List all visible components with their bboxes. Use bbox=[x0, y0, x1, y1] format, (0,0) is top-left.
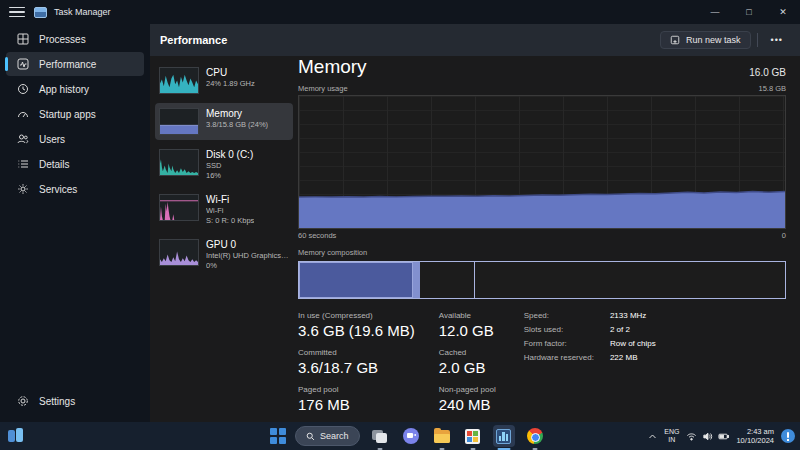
sidebar-item-performance[interactable]: Performance bbox=[6, 52, 144, 76]
sidebar-item-services[interactable]: Services bbox=[6, 177, 144, 201]
memory-composition-bar[interactable] bbox=[298, 261, 786, 299]
stat-in-use: In use (Compressed) 3.6 GB (19.6 MB) bbox=[298, 311, 415, 339]
search-icon bbox=[306, 432, 315, 441]
minimize-button[interactable]: — bbox=[698, 0, 732, 24]
gpu-mini-chart bbox=[159, 239, 199, 266]
composition-free-segment[interactable] bbox=[475, 262, 785, 298]
cpu-mini-chart bbox=[159, 67, 199, 94]
detail-label: Hardware reserved: bbox=[524, 353, 594, 362]
taskbar-app-microsoft[interactable] bbox=[462, 425, 484, 447]
composition-standby-segment[interactable] bbox=[420, 262, 475, 298]
run-new-task-icon bbox=[670, 35, 680, 45]
stat-available: Available 12.0 GB bbox=[439, 311, 496, 339]
more-options-button[interactable]: ••• bbox=[764, 32, 790, 48]
stat-value: 3.6/18.7 GB bbox=[298, 359, 415, 376]
battery-icon bbox=[718, 431, 729, 442]
hardware-details: Speed: 2133 MHz Slots used: 2 of 2 Form … bbox=[524, 311, 656, 413]
perf-item-stats: SSD bbox=[206, 161, 253, 171]
perf-item-name: CPU bbox=[206, 67, 255, 79]
maximize-button[interactable]: □ bbox=[732, 0, 766, 24]
window-title: Task Manager bbox=[54, 7, 111, 17]
chat-icon bbox=[403, 428, 419, 444]
sidebar-item-label: Services bbox=[39, 184, 77, 195]
tray-chevron-up-icon[interactable] bbox=[648, 427, 657, 445]
sidebar-item-label: App history bbox=[39, 84, 89, 95]
sidebar-item-startup-apps[interactable]: Startup apps bbox=[6, 102, 144, 126]
chrome-icon bbox=[527, 428, 543, 444]
taskbar-app-task-manager[interactable] bbox=[493, 425, 515, 447]
users-icon bbox=[16, 133, 29, 146]
detail-label: Form factor: bbox=[524, 339, 594, 348]
widgets-icon[interactable] bbox=[8, 428, 24, 444]
sidebar-item-processes[interactable]: Processes bbox=[6, 27, 144, 51]
taskbar-app-chrome[interactable] bbox=[524, 425, 546, 447]
detail-value: 2 of 2 bbox=[610, 325, 656, 334]
sidebar: Processes Performance App history Startu… bbox=[0, 26, 150, 422]
perf-item-stats2: S: 0 R: 0 Kbps bbox=[206, 216, 254, 226]
perf-item-name: GPU 0 bbox=[206, 239, 289, 251]
task-manager-app-icon bbox=[34, 7, 47, 18]
wifi-icon bbox=[686, 431, 697, 442]
memory-usage-label: Memory usage bbox=[298, 84, 348, 93]
microsoft-app-icon bbox=[465, 429, 480, 444]
taskbar-search[interactable]: Search bbox=[295, 426, 360, 446]
sidebar-item-users[interactable]: Users bbox=[6, 127, 144, 151]
content-header: Performance Run new task ••• bbox=[150, 24, 800, 56]
stat-label: Cached bbox=[439, 348, 496, 357]
clock-date: 10/10/2024 bbox=[736, 436, 774, 445]
stat-cached: Cached 2.0 GB bbox=[439, 348, 496, 376]
app-history-icon bbox=[16, 83, 29, 96]
composition-in-use-segment[interactable] bbox=[299, 262, 413, 298]
titlebar: Task Manager — □ ✕ bbox=[0, 0, 800, 24]
stat-value: 12.0 GB bbox=[439, 322, 496, 339]
sidebar-item-label: Users bbox=[39, 134, 65, 145]
sidebar-item-settings[interactable]: Settings bbox=[6, 389, 156, 413]
taskbar-clock[interactable]: 2:43 am 10/10/2024 bbox=[736, 427, 774, 445]
perf-item-gpu[interactable]: GPU 0 Intel(R) UHD Graphics ... 0% bbox=[155, 234, 293, 275]
stat-label: Non-paged pool bbox=[439, 385, 496, 394]
wifi-mini-chart bbox=[159, 194, 199, 221]
notification-icon[interactable] bbox=[781, 429, 795, 443]
disk-mini-chart bbox=[159, 149, 199, 176]
sidebar-item-details[interactable]: Details bbox=[6, 152, 144, 176]
startup-apps-icon bbox=[16, 108, 29, 121]
memory-detail: Memory 16.0 GB Memory usage 15.8 GB 60 s… bbox=[298, 56, 786, 413]
memory-total: 16.0 GB bbox=[749, 67, 786, 78]
hamburger-menu-icon[interactable] bbox=[0, 0, 34, 24]
perf-item-memory[interactable]: Memory 3.8/15.8 GB (24%) bbox=[155, 103, 293, 140]
sidebar-item-app-history[interactable]: App history bbox=[6, 77, 144, 101]
services-icon bbox=[16, 183, 29, 196]
perf-item-name: Memory bbox=[206, 108, 268, 120]
taskbar-app-window-stack[interactable] bbox=[369, 425, 391, 447]
perf-item-cpu[interactable]: CPU 24% 1.89 GHz bbox=[155, 62, 293, 99]
main-panel: Performance Run new task ••• CPU 24% 1.8… bbox=[150, 24, 800, 422]
sidebar-item-label: Processes bbox=[39, 34, 86, 45]
header-divider bbox=[757, 33, 758, 47]
perf-item-stats: Intel(R) UHD Graphics ... bbox=[206, 251, 289, 261]
detail-value: Row of chips bbox=[610, 339, 656, 348]
perf-item-stats: 24% 1.89 GHz bbox=[206, 79, 255, 89]
run-new-task-button[interactable]: Run new task bbox=[660, 31, 751, 49]
taskbar-app-chat[interactable] bbox=[400, 425, 422, 447]
stat-value: 3.6 GB (19.6 MB) bbox=[298, 322, 415, 339]
memory-title: Memory bbox=[298, 56, 367, 78]
stat-committed: Committed 3.6/18.7 GB bbox=[298, 348, 415, 376]
stat-value: 240 MB bbox=[439, 396, 496, 413]
perf-item-stats: Wi-Fi bbox=[206, 206, 254, 216]
taskbar-app-file-explorer[interactable] bbox=[431, 425, 453, 447]
task-manager-icon bbox=[496, 429, 511, 444]
close-button[interactable]: ✕ bbox=[766, 0, 800, 24]
volume-icon bbox=[702, 431, 713, 442]
language-switcher[interactable]: ENG IN bbox=[664, 428, 679, 444]
start-button[interactable] bbox=[270, 428, 286, 444]
performance-list: CPU 24% 1.89 GHz Memory 3.8/15.8 GB (24%… bbox=[155, 62, 293, 279]
sidebar-item-label: Performance bbox=[39, 59, 96, 70]
perf-item-stats2: 0% bbox=[206, 261, 289, 271]
perf-item-disk[interactable]: Disk 0 (C:) SSD 16% bbox=[155, 144, 293, 185]
perf-item-name: Wi-Fi bbox=[206, 194, 254, 206]
perf-item-wifi[interactable]: Wi-Fi Wi-Fi S: 0 R: 0 Kbps bbox=[155, 189, 293, 230]
memory-usage-graph[interactable] bbox=[298, 95, 786, 229]
detail-label: Slots used: bbox=[524, 325, 594, 334]
stat-non-paged-pool: Non-paged pool 240 MB bbox=[439, 385, 496, 413]
system-tray-icons[interactable] bbox=[686, 431, 729, 442]
